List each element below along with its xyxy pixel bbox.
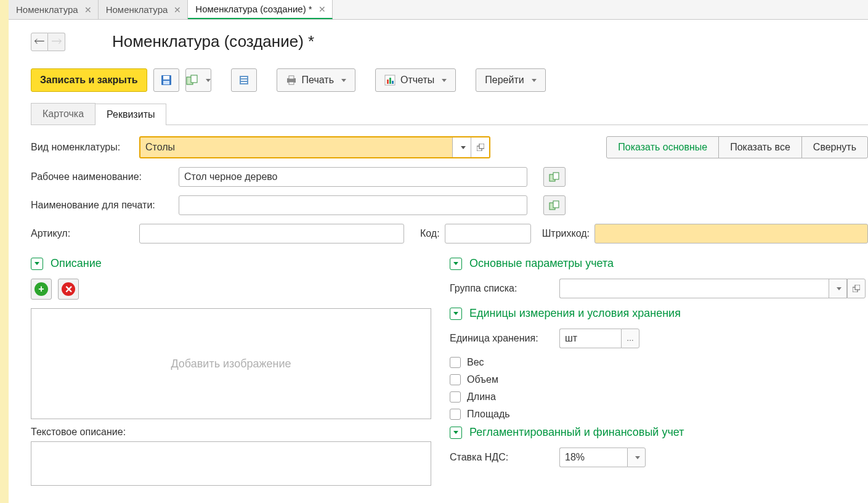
checkbox-icon (450, 391, 461, 403)
article-label: Артикул: (31, 228, 134, 239)
remove-icon: ✕ (62, 282, 75, 296)
svg-rect-10 (289, 76, 294, 79)
area-label: Площадь (467, 409, 510, 420)
section-accounting[interactable]: Основные параметры учета (450, 257, 866, 270)
storage-unit-input[interactable] (559, 329, 621, 348)
show-main-button[interactable]: Показать основные (606, 136, 719, 158)
svg-rect-19 (553, 173, 559, 179)
collapse-icon (450, 258, 462, 270)
group-input[interactable] (559, 279, 829, 298)
weight-checkbox-row[interactable]: Вес (450, 357, 866, 368)
workname-input[interactable] (179, 167, 527, 187)
checkbox-icon (450, 357, 461, 368)
copy-button[interactable] (185, 68, 211, 92)
goto-button[interactable]: Перейти (476, 68, 545, 92)
storage-unit-label: Единица хранения: (450, 333, 554, 344)
workname-copy-button[interactable] (543, 167, 566, 187)
printname-copy-button[interactable] (543, 195, 566, 215)
section-regfin-label: Регламентированный и финансовый учет (469, 426, 684, 439)
show-all-button[interactable]: Показать все (718, 136, 802, 158)
volume-checkbox-row[interactable]: Объем (450, 374, 866, 385)
page-title: Номенклатура (создание) * (112, 32, 314, 51)
remove-image-button[interactable]: ✕ (58, 279, 79, 300)
length-label: Длина (467, 391, 496, 403)
svg-rect-2 (163, 81, 169, 84)
chevron-down-icon (837, 287, 842, 290)
list-button[interactable] (231, 68, 257, 92)
group-open-button[interactable] (847, 279, 866, 298)
inner-tabs: Карточка Реквизиты (31, 103, 868, 125)
collapse-icon (31, 258, 43, 270)
article-input[interactable] (139, 224, 404, 243)
doc-tab-3-label: Номенклатура (создание) * (195, 4, 312, 14)
open-icon (477, 144, 484, 151)
image-dropzone[interactable]: Добавить изображение (31, 308, 431, 419)
svg-rect-1 (163, 76, 169, 80)
save-and-close-button[interactable]: Записать и закрыть (31, 68, 147, 92)
printname-input[interactable] (179, 195, 527, 215)
print-label: Печать (302, 75, 334, 86)
tab-card[interactable]: Карточка (31, 103, 95, 125)
group-label: Группа списка: (450, 283, 554, 294)
toolbar: Записать и закрыть Печать (31, 68, 868, 92)
close-icon[interactable]: ✕ (174, 5, 181, 15)
svg-rect-4 (191, 75, 197, 83)
section-regfin[interactable]: Регламентированный и финансовый учет (450, 426, 866, 439)
forward-button[interactable]: 🡒 (48, 33, 65, 51)
printname-label: Наименование для печати: (31, 200, 174, 211)
save-and-close-label: Записать и закрыть (40, 75, 138, 86)
doc-tab-2[interactable]: Номенклатура ✕ (99, 0, 189, 19)
doc-tab-1-label: Номенклатура (16, 4, 78, 15)
doc-tab-2-label: Номенклатура (106, 4, 168, 15)
add-image-button[interactable]: + (31, 279, 52, 300)
storage-unit-more-button[interactable]: … (621, 329, 639, 348)
code-input[interactable] (445, 224, 531, 243)
nomtype-label: Вид номенклатуры: (31, 142, 134, 153)
section-units[interactable]: Единицы измерения и условия хранения (450, 307, 866, 320)
dropdown-icon (341, 79, 346, 82)
svg-rect-6 (241, 77, 247, 78)
close-icon[interactable]: ✕ (84, 5, 92, 15)
length-checkbox-row[interactable]: Длина (450, 391, 866, 403)
close-icon[interactable]: ✕ (318, 4, 326, 14)
collapse-icon (450, 427, 462, 439)
vat-input[interactable] (559, 448, 627, 467)
chevron-down-icon (461, 146, 466, 149)
svg-rect-21 (553, 201, 559, 208)
doc-tab-3[interactable]: Номенклатура (создание) * ✕ (188, 0, 332, 19)
svg-rect-23 (855, 285, 860, 290)
svg-rect-7 (241, 80, 247, 81)
dropdown-icon (442, 79, 447, 82)
goto-label: Перейти (485, 75, 524, 86)
doc-tab-1[interactable]: Номенклатура ✕ (9, 0, 99, 19)
print-button[interactable]: Печать (277, 68, 355, 92)
app-left-stripe (0, 0, 9, 503)
dropdown-icon (532, 79, 537, 82)
back-button[interactable]: 🡐 (31, 33, 48, 51)
group-dropdown-button[interactable] (829, 279, 847, 298)
open-icon (853, 285, 860, 292)
tab-props[interactable]: Реквизиты (95, 104, 166, 125)
vat-dropdown-button[interactable] (627, 448, 646, 467)
description-textarea[interactable] (31, 441, 431, 486)
section-accounting-label: Основные параметры учета (469, 257, 614, 270)
nomtype-input[interactable] (140, 137, 452, 157)
barcode-input[interactable] (594, 224, 868, 243)
nomtype-dropdown-button[interactable] (452, 137, 471, 157)
nomtype-open-button[interactable] (471, 137, 489, 157)
collapse-button[interactable]: Свернуть (801, 136, 868, 158)
reports-button[interactable]: Отчеты (375, 68, 456, 92)
reports-label: Отчеты (400, 75, 434, 86)
plus-icon: + (34, 282, 48, 296)
section-units-label: Единицы измерения и условия хранения (469, 307, 681, 320)
collapse-icon (450, 308, 462, 320)
description-text-label: Текстовое описание: (31, 427, 431, 438)
workname-label: Рабочее наименование: (31, 171, 174, 182)
area-checkbox-row[interactable]: Площадь (450, 409, 866, 420)
document-tabs: Номенклатура ✕ Номенклатура ✕ Номенклату… (9, 0, 868, 20)
save-button[interactable] (153, 68, 179, 92)
section-description[interactable]: Описание (31, 257, 431, 270)
image-placeholder-text: Добавить изображение (171, 358, 291, 370)
chevron-down-icon (635, 456, 640, 459)
checkbox-icon (450, 409, 461, 420)
